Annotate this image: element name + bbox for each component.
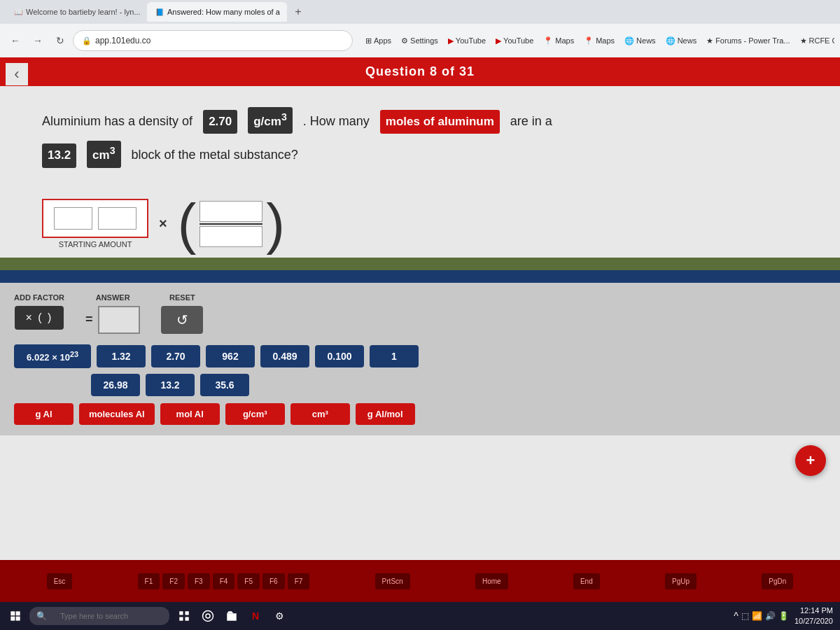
address-bar[interactable]: 🔒 app.101edu.co [73, 30, 353, 51]
unit-btn-gcm3[interactable]: g/cm³ [225, 403, 285, 425]
volume-unit-box: cm3 [87, 141, 120, 167]
taskbar-file-manager[interactable] [223, 607, 241, 625]
bookmark-maps-2[interactable]: 📍 Maps [580, 35, 619, 47]
rcfe1-icon: ★ [800, 36, 807, 46]
forward-button[interactable]: → [28, 31, 48, 50]
key-f6[interactable]: F6 [262, 573, 285, 589]
taskbar-netflix[interactable]: N [246, 607, 265, 625]
btn-row-1: 6.022 × 1023 1.32 2.70 962 0.489 0.100 1 [14, 344, 826, 368]
tray-arrow[interactable]: ^ [734, 610, 738, 622]
bookmark-maps-1[interactable]: 📍 Maps [539, 35, 578, 47]
key-home[interactable]: Home [475, 573, 508, 589]
bookmark-apps[interactable]: ⊞ Apps [361, 35, 396, 47]
taskbar-search[interactable]: 🔍 [29, 607, 169, 625]
apps-label: Apps [374, 36, 391, 45]
search-input[interactable] [50, 607, 162, 625]
add-factor-button[interactable]: × ( ) [15, 306, 64, 330]
avogadro-button[interactable]: 6.022 × 1023 [14, 344, 91, 368]
key-end[interactable]: End [573, 573, 600, 589]
key-f3[interactable]: F3 [188, 573, 210, 589]
starting-amount-input-1[interactable] [54, 207, 92, 230]
key-prtscn[interactable]: PrtScn [375, 573, 410, 589]
taskbar-settings-gear[interactable]: ⚙ [270, 607, 288, 625]
key-f1[interactable]: F1 [138, 573, 160, 589]
key-pgdn[interactable]: PgDn [762, 573, 793, 589]
add-factor-section: ADD FACTOR × ( ) [14, 293, 64, 330]
num-btn-1-32[interactable]: 1.32 [97, 345, 146, 368]
key-f4[interactable]: F4 [213, 573, 235, 589]
unit-btn-mol-al[interactable]: mol Al [160, 403, 220, 425]
unit-btn-cm3[interactable]: cm³ [290, 403, 350, 425]
maps1-label: Maps [555, 36, 574, 45]
tab-close-2[interactable]: × [286, 8, 287, 16]
volume-value: 13.2 [48, 148, 71, 162]
key-f7[interactable]: F7 [288, 573, 310, 589]
taskbar: 🔍 N ⚙ ^ ⬚ 📶 🔊 🔋 12:14 PM 10/27/2020 [0, 602, 840, 630]
bookmark-settings[interactable]: ⚙ Settings [397, 35, 442, 47]
back-button[interactable]: ← [6, 31, 25, 50]
starting-amount-box [42, 199, 148, 238]
num-btn-26-98[interactable]: 26.98 [91, 374, 140, 396]
reset-button[interactable]: ↺ [161, 306, 203, 334]
fab-button[interactable]: + [795, 445, 826, 476]
tray-screen[interactable]: ⬚ [741, 611, 749, 621]
start-button[interactable] [7, 608, 24, 624]
bookmark-news-1[interactable]: 🌐 News [620, 35, 660, 47]
tray-battery[interactable]: 🔋 [778, 611, 789, 621]
starting-amount-label: STARTING AMOUNT [59, 240, 132, 248]
bookmark-youtube-2[interactable]: ▶ YouTube [491, 35, 538, 47]
tab-label: Welcome to bartieby learn! - lyn... [26, 8, 141, 16]
key-f2[interactable]: F2 [162, 573, 185, 589]
taskbar-time: 12:14 PM 10/27/2020 [794, 606, 833, 627]
maps2-icon: 📍 [584, 36, 594, 46]
volume-unit: cm3 [92, 148, 115, 162]
svg-point-8 [203, 611, 214, 622]
number-buttons: 6.022 × 1023 1.32 2.70 962 0.489 0.100 1… [14, 344, 826, 396]
tray-volume[interactable]: 🔊 [765, 611, 776, 621]
youtube2-label: YouTube [503, 36, 533, 45]
starting-amount-input-2[interactable] [98, 207, 136, 230]
question-text-before: Aluminium has a density of [42, 114, 192, 128]
tab-add-button[interactable]: + [288, 2, 308, 22]
key-esc[interactable]: Esc [47, 573, 73, 589]
density-value: 2.70 [209, 115, 232, 128]
bookmark-news-2[interactable]: 🌐 News [662, 35, 701, 47]
key-pgup[interactable]: PgUp [665, 573, 696, 589]
svg-rect-0 [10, 611, 15, 615]
num-btn-0100[interactable]: 0.100 [315, 345, 364, 368]
num-btn-1[interactable]: 1 [370, 345, 419, 368]
youtube1-label: YouTube [456, 36, 486, 45]
bookmark-forums[interactable]: ★ Forums - Power Tra... [702, 35, 794, 47]
tab-active[interactable]: 📘 Answered: How many moles of a × [147, 2, 287, 22]
density-unit: g/cm3 [253, 115, 287, 128]
page-back-arrow[interactable]: ‹ [6, 63, 28, 85]
num-btn-2-70[interactable]: 2.70 [151, 345, 200, 368]
fraction-numerator[interactable] [200, 201, 262, 222]
unit-btn-g-al[interactable]: g Al [14, 403, 74, 425]
reset-section: RESET ↺ [161, 293, 203, 334]
taskbar-chrome[interactable] [199, 607, 217, 625]
taskbar-task-view[interactable] [175, 607, 193, 625]
fraction-wrapper: ( ) [178, 196, 285, 252]
num-btn-13-2[interactable]: 13.2 [146, 374, 195, 396]
bookmark-rcfe1[interactable]: ★ RCFE Certification P... [796, 35, 835, 47]
bookmark-youtube-1[interactable]: ▶ YouTube [444, 35, 490, 47]
unit-btn-molecules-al[interactable]: molecules Al [79, 403, 155, 425]
fraction-denominator[interactable] [200, 226, 262, 247]
settings-icon: ⚙ [401, 36, 408, 46]
refresh-button[interactable]: ↻ [50, 31, 70, 50]
fraction-area: STARTING AMOUNT × ( ) [0, 189, 840, 252]
key-f5[interactable]: F5 [237, 573, 260, 589]
tray-network[interactable]: 📶 [752, 611, 762, 621]
unit-btn-g-al-mol[interactable]: g Al/mol [356, 403, 415, 425]
blue-separator [0, 270, 840, 283]
num-btn-35-6[interactable]: 35.6 [200, 374, 249, 396]
tab-favicon-active: 📘 [155, 8, 164, 16]
url-text: app.101edu.co [95, 36, 150, 46]
bookmarks-bar: ⊞ Apps ⚙ Settings ▶ YouTube ▶ YouTube 📍 … [356, 31, 834, 50]
tab-inactive[interactable]: 📖 Welcome to bartieby learn! - lyn... × [6, 2, 146, 22]
question-text-after: are in a [510, 114, 552, 128]
num-btn-962[interactable]: 962 [206, 345, 255, 368]
num-btn-0489[interactable]: 0.489 [260, 345, 309, 368]
forums-label: Forums - Power Tra... [715, 36, 790, 45]
